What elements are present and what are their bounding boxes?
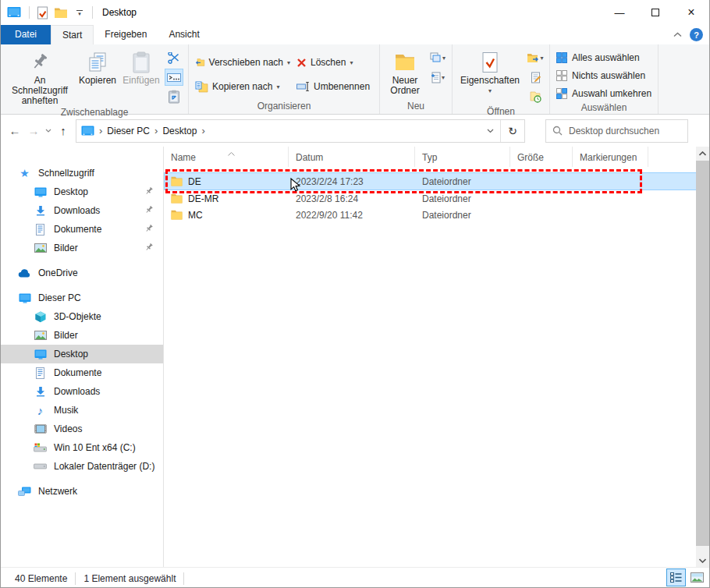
ribbon-tab-row: Datei Start Freigeben Ansicht ? [1, 25, 709, 44]
copy-to-button[interactable]: Kopieren nach ▾ [192, 78, 293, 95]
paste-button[interactable]: Einfügen [119, 46, 163, 106]
invert-selection-button[interactable]: Auswahl umkehren [553, 86, 655, 101]
copy-path-button[interactable] [165, 69, 183, 86]
move-to-button[interactable]: Verschieben nach ▾ [192, 54, 293, 71]
column-header-type[interactable]: Typ [415, 147, 510, 167]
tab-share[interactable]: Freigeben [94, 25, 158, 44]
folder-icon [171, 210, 183, 220]
sidebar-section-this-pc[interactable]: Dieser PC [1, 289, 163, 307]
desktop-monitor-icon [34, 187, 47, 197]
search-input[interactable] [569, 126, 681, 136]
forward-button[interactable]: → [24, 120, 43, 142]
select-none-button[interactable]: Nichts auswählen [553, 68, 655, 83]
quick-access-star-icon: ★ [18, 167, 31, 179]
sidebar-item-pc-desktop[interactable]: Desktop [1, 345, 163, 363]
back-button[interactable]: ← [5, 120, 24, 142]
sidebar-item-pc-downloads[interactable]: Downloads [1, 382, 163, 401]
pin-to-quick-access-button[interactable]: An Schnellzugriff anheften [4, 46, 76, 106]
easy-access-button[interactable]: ▾ [428, 49, 447, 66]
file-row-mc[interactable]: MC 2022/9/20 11:42 Dateiordner [164, 207, 709, 223]
new-folder-button[interactable]: Neuer Ordner [383, 46, 427, 100]
scrollbar-thumb[interactable] [696, 161, 709, 546]
close-button[interactable]: × [673, 0, 709, 25]
file-name: MC [188, 210, 203, 221]
new-folder-label: Neuer Ordner [386, 76, 424, 96]
sidebar-item-qa-downloads[interactable]: Downloads [1, 201, 163, 220]
group-label-select: Auswählen [550, 101, 658, 114]
thumbnail-view-button[interactable] [687, 569, 707, 586]
recent-locations-dropdown[interactable] [43, 120, 54, 142]
sidebar-item-qa-pictures[interactable]: Bilder [1, 239, 163, 257]
sidebar-section-quick-access[interactable]: ★ Schnellzugriff [1, 164, 163, 182]
qat-new-folder-button[interactable] [51, 3, 70, 22]
qat-properties-button[interactable] [33, 3, 51, 22]
sidebar-item-pc-documents[interactable]: Dokumente [1, 363, 163, 382]
file-name: DE-MR [188, 193, 218, 204]
details-view-button[interactable] [666, 569, 686, 586]
sidebar-section-onedrive[interactable]: OneDrive [1, 264, 163, 282]
thumbnail-view-icon [690, 572, 704, 583]
file-type: Dateiordner [415, 210, 510, 221]
tab-home[interactable]: Start [51, 25, 94, 44]
select-all-button[interactable]: Alles auswählen [553, 50, 655, 66]
sidebar-item-label: Bilder [54, 330, 78, 341]
delete-caret-icon: ▾ [350, 59, 353, 66]
sidebar-item-pc-music[interactable]: ♪ Musik [1, 401, 163, 420]
breadcrumb-desktop[interactable]: Desktop [162, 126, 197, 136]
new-item-button[interactable]: ▾ [428, 69, 447, 86]
sidebar-item-pc-videos[interactable]: Videos [1, 420, 163, 438]
history-button[interactable] [526, 88, 545, 105]
details-view-icon [670, 572, 682, 583]
file-row-de[interactable]: DE 2023/2/24 17:23 Dateiordner [164, 172, 709, 190]
paste-label: Einfügen [122, 76, 159, 86]
ribbon-group-select: Alles auswählen Nichts auswählen Auswahl… [550, 44, 659, 114]
maximize-icon [651, 9, 659, 16]
qat-customize-dropdown[interactable]: ▾ [70, 3, 89, 22]
column-header-size[interactable]: Größe [510, 147, 573, 167]
column-header-tags[interactable]: Markierungen [573, 147, 648, 167]
file-row-de-mr[interactable]: DE-MR 2023/2/8 16:24 Dateiordner [164, 190, 709, 207]
breadcrumb-this-pc[interactable]: Dieser PC [107, 126, 150, 136]
delete-button[interactable]: Löschen ▾ [293, 54, 376, 71]
refresh-button[interactable]: ↻ [501, 120, 524, 142]
scroll-down-icon[interactable] [696, 554, 709, 567]
collapse-ribbon-button[interactable] [673, 32, 682, 37]
address-dropdown-button[interactable] [481, 120, 501, 142]
tab-view[interactable]: Ansicht [158, 25, 210, 44]
cut-button[interactable] [165, 49, 183, 66]
column-header-date[interactable]: Datum [289, 147, 415, 167]
sidebar-item-3d-objects[interactable]: 3D-Objekte [1, 307, 163, 326]
new-item-caret-icon: ▾ [442, 74, 445, 81]
properties-button[interactable]: Eigenschaften ▾ [456, 46, 524, 105]
sidebar-item-drive-c[interactable]: Win 10 Ent x64 (C:) [1, 438, 163, 457]
up-button[interactable]: ↑ [54, 120, 73, 142]
sidebar-item-label: Dokumente [54, 224, 101, 235]
vertical-scrollbar[interactable] [696, 147, 709, 567]
edit-button[interactable] [526, 69, 545, 86]
column-header-name[interactable]: Name [164, 147, 289, 167]
copy-to-caret-icon: ▾ [276, 83, 279, 90]
scroll-up-icon[interactable] [696, 147, 709, 160]
open-caret-icon: ▾ [540, 55, 543, 62]
desktop-monitor-icon [34, 349, 47, 360]
rename-button[interactable]: Umbenennen [293, 78, 376, 95]
open-button[interactable]: ▾ [526, 49, 545, 66]
maximize-button[interactable] [637, 0, 673, 25]
sidebar-item-qa-desktop[interactable]: Desktop [1, 182, 163, 201]
paste-shortcut-button[interactable] [165, 88, 183, 105]
sidebar-item-drive-d[interactable]: Lokaler Datenträger (D:) [1, 457, 163, 476]
search-box[interactable] [545, 119, 688, 143]
titlebar: ▾ Desktop — × [1, 0, 709, 25]
minimize-button[interactable]: — [602, 0, 637, 25]
address-box[interactable]: › Dieser PC › Desktop › ↻ [76, 119, 525, 143]
pin-icon [144, 186, 154, 198]
easy-access-caret-icon: ▾ [442, 55, 446, 62]
sidebar-item-qa-documents[interactable]: Dokumente [1, 220, 163, 239]
sidebar-item-pc-pictures[interactable]: Bilder [1, 326, 163, 345]
sidebar-item-label: Downloads [54, 386, 100, 397]
help-button[interactable]: ? [690, 28, 703, 41]
folder-icon [54, 7, 68, 19]
tab-file[interactable]: Datei [1, 25, 51, 44]
sidebar-section-network[interactable]: Netzwerk [1, 482, 163, 501]
copy-button[interactable]: Kopieren [76, 46, 119, 106]
